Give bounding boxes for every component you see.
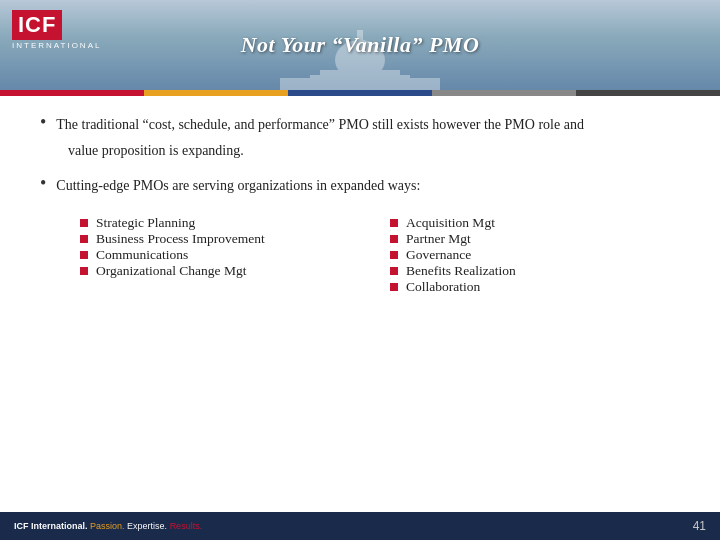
- sub-bullet: [390, 267, 398, 275]
- sub-bullet: [390, 219, 398, 227]
- bullet-row-1: • The traditional “cost, schedule, and p…: [40, 114, 680, 136]
- sub-item-label: Acquisition Mgt: [406, 215, 495, 231]
- footer-passion: Passion.: [90, 521, 125, 531]
- logo-international: INTERNATIONAL: [12, 41, 101, 50]
- sub-items-right: Acquisition MgtPartner MgtGovernanceBene…: [390, 215, 680, 295]
- sub-item-label: Benefits Realization: [406, 263, 516, 279]
- bullet-section-2: • Cutting-edge PMOs are serving organiza…: [40, 175, 680, 197]
- logo: ICF INTERNATIONAL: [12, 10, 101, 50]
- sub-bullet: [390, 251, 398, 259]
- svg-rect-6: [280, 78, 340, 90]
- sub-bullet: [80, 219, 88, 227]
- footer: ICF International. Passion. Expertise. R…: [0, 512, 720, 540]
- sub-item-left: Communications: [80, 247, 370, 263]
- bullet-section-1: • The traditional “cost, schedule, and p…: [40, 114, 680, 161]
- sub-item-right: Governance: [390, 247, 680, 263]
- sub-item-left: Strategic Planning: [80, 215, 370, 231]
- sub-bullet: [80, 235, 88, 243]
- footer-branding: ICF International. Passion. Expertise. R…: [14, 521, 202, 531]
- main-content: • The traditional “cost, schedule, and p…: [0, 96, 720, 305]
- sub-item-label: Partner Mgt: [406, 231, 471, 247]
- sub-item-label: Communications: [96, 247, 188, 263]
- sub-item-label: Governance: [406, 247, 471, 263]
- sub-items-grid: Strategic PlanningBusiness Process Impro…: [80, 215, 680, 295]
- sub-item-left: Organizational Change Mgt: [80, 263, 370, 279]
- footer-expertise: Expertise.: [127, 521, 167, 531]
- sub-item-right: Partner Mgt: [390, 231, 680, 247]
- sub-item-right: Benefits Realization: [390, 263, 680, 279]
- sub-item-label: Business Process Improvement: [96, 231, 265, 247]
- sub-items-left: Strategic PlanningBusiness Process Impro…: [80, 215, 370, 295]
- footer-results: Results.: [170, 521, 203, 531]
- sub-item-left: Business Process Improvement: [80, 231, 370, 247]
- bullet-row-2: • Cutting-edge PMOs are serving organiza…: [40, 175, 680, 197]
- sub-bullet: [390, 235, 398, 243]
- sub-bullet: [390, 283, 398, 291]
- header: ICF INTERNATIONAL Not Your “Vanilla” PMO: [0, 0, 720, 90]
- bullet-dot-1: •: [40, 112, 46, 133]
- sub-bullet: [80, 251, 88, 259]
- sub-item-right: Acquisition Mgt: [390, 215, 680, 231]
- sub-bullet: [80, 267, 88, 275]
- bullet-text-1-cont: value proposition is expanding.: [68, 140, 680, 162]
- footer-brand: ICF International.: [14, 521, 88, 531]
- bullet-text-2: Cutting-edge PMOs are serving organizati…: [56, 175, 420, 197]
- sub-item-label: Strategic Planning: [96, 215, 195, 231]
- sub-item-label: Organizational Change Mgt: [96, 263, 246, 279]
- svg-rect-7: [380, 78, 440, 90]
- sub-item-right: Collaboration: [390, 279, 680, 295]
- sub-item-label: Collaboration: [406, 279, 480, 295]
- bullet-text-1: The traditional “cost, schedule, and per…: [56, 114, 584, 136]
- footer-page-number: 41: [693, 519, 706, 533]
- logo-icf: ICF: [12, 10, 62, 40]
- bullet-dot-2: •: [40, 173, 46, 194]
- slide-title: Not Your “Vanilla” PMO: [241, 32, 480, 58]
